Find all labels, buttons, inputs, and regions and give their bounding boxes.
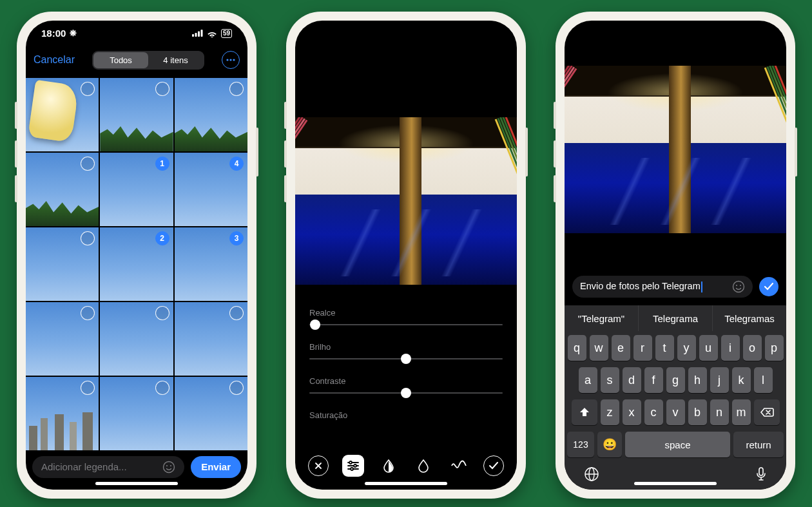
slider-saturacao[interactable]: Saturação [309,410,503,420]
svg-point-4 [226,59,228,61]
key[interactable]: t [655,335,674,361]
suggestion[interactable]: Telegrama [639,305,713,331]
shift-key[interactable] [572,399,597,425]
photo-cell[interactable] [100,78,173,151]
photo-cell[interactable]: 4 [175,153,247,226]
key[interactable]: y [677,335,696,361]
more-button[interactable] [222,51,240,69]
svg-point-17 [736,285,737,286]
key[interactable]: f [644,367,663,393]
key[interactable]: s [601,367,619,393]
home-indicator[interactable] [634,482,717,485]
send-button[interactable]: Enviar [191,456,241,478]
app-indicator-icon: ❋ [70,28,77,38]
photo-cell[interactable]: 1 [100,153,173,226]
slider-realce[interactable]: Realce [309,308,503,325]
key[interactable]: b [688,399,707,425]
seg-all[interactable]: Todos [93,52,148,68]
svg-rect-0 [192,34,194,37]
key[interactable]: i [721,335,740,361]
blur-tool-button[interactable] [378,455,400,477]
slider-contraste[interactable]: Contraste [309,376,503,394]
home-indicator[interactable] [95,482,178,485]
photo-cell[interactable] [26,377,99,450]
key[interactable]: u [699,335,718,361]
key[interactable]: p [765,335,784,361]
photo-cell[interactable] [26,153,99,226]
caption-text: Envio de fotos pelo Telegram [580,281,701,291]
key[interactable]: a [579,367,597,393]
key[interactable]: e [612,335,630,361]
cancel-edit-button[interactable] [308,455,329,476]
globe-key[interactable] [584,466,599,482]
slider-brilho[interactable]: Brilho [309,342,503,359]
svg-point-9 [170,464,171,466]
key[interactable]: h [688,367,707,393]
notch [82,21,191,39]
caption-text-field[interactable]: Envio de fotos pelo Telegram [572,276,753,298]
dictation-key[interactable] [755,466,767,482]
caption-image-preview[interactable] [565,66,786,233]
key[interactable]: x [623,399,641,425]
caption-input[interactable]: Adicionar legenda... [32,456,184,478]
confirm-edit-button[interactable] [483,455,504,476]
cancel-button[interactable]: Cancelar [34,54,75,66]
svg-point-7 [164,461,175,472]
photo-cell[interactable] [100,377,173,450]
numbers-key[interactable]: 123 [567,432,594,457]
key[interactable]: m [732,399,751,425]
photo-cell[interactable] [175,302,247,376]
key[interactable]: r [633,335,652,361]
key[interactable]: z [601,399,619,425]
key[interactable]: l [754,367,773,393]
photo-cell[interactable] [175,377,247,450]
key[interactable]: q [568,335,586,361]
svg-point-14 [354,464,356,467]
svg-point-18 [740,285,741,286]
emoji-key[interactable]: 😀 [597,432,622,457]
svg-rect-22 [759,468,763,475]
emoji-icon[interactable] [732,280,745,293]
key[interactable]: w [590,335,608,361]
seg-count[interactable]: 4 itens [148,52,203,68]
space-key[interactable]: space [625,432,730,457]
home-indicator[interactable] [365,482,447,485]
photo-cell[interactable]: 2 [100,227,173,301]
adjust-tool-button[interactable] [342,455,364,477]
phone-caption: Envio de fotos pelo Telegram "Telegram" … [556,12,795,499]
suggestion[interactable]: "Telegram" [565,305,639,331]
photo-cell[interactable] [100,302,173,376]
keyboard-suggestions: "Telegram" Telegrama Telegramas [565,305,786,331]
confirm-caption-button[interactable] [759,277,778,296]
picker-header: Cancelar Todos 4 itens [26,46,247,78]
photo-cell[interactable] [26,302,99,376]
key[interactable]: v [666,399,685,425]
photo-cell[interactable] [175,78,247,151]
phone-editor: Realce Brilho Contraste Saturação [286,12,526,499]
emoji-icon[interactable] [162,461,175,474]
key[interactable]: d [623,367,641,393]
photo-cell[interactable] [26,78,99,151]
svg-point-8 [166,464,168,466]
return-key[interactable]: return [733,432,784,457]
editor-image-preview[interactable] [295,117,517,285]
key[interactable]: g [666,367,685,393]
keyboard: q w e r t y u i o p a s d f g h [565,331,786,490]
key[interactable]: k [732,367,751,393]
backspace-key[interactable] [754,399,780,425]
svg-rect-1 [195,33,197,37]
tint-tool-button[interactable] [412,455,434,477]
key[interactable]: o [743,335,762,361]
key[interactable]: j [710,367,729,393]
key[interactable]: c [644,399,663,425]
caption-bar: Envio de fotos pelo Telegram [565,268,786,303]
key[interactable]: n [710,399,729,425]
photo-cell[interactable]: 3 [175,227,247,301]
svg-point-13 [349,461,352,464]
photo-cell[interactable] [26,227,99,301]
svg-rect-3 [200,30,202,37]
notch [621,21,730,39]
segmented-control[interactable]: Todos 4 itens [92,51,204,70]
suggestion[interactable]: Telegramas [713,305,786,331]
curves-tool-button[interactable] [448,455,470,477]
